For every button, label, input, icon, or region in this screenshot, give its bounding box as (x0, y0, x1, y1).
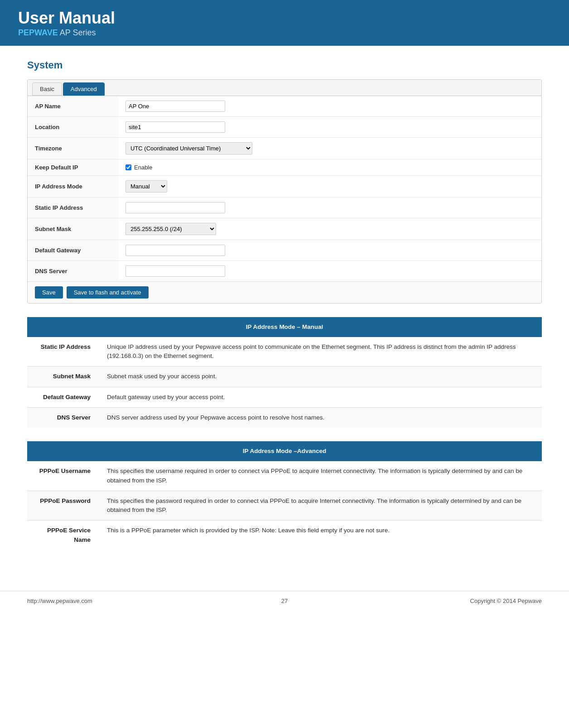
desc-term-static-ip: Static IP Address (27, 337, 100, 366)
desc-row-pppoe-service: PPPoE Service Name This is a PPPoE param… (27, 521, 542, 550)
button-row: Save Save to flash and activate (28, 281, 541, 303)
desc-row-default-gw: Default Gateway Default gateway used by … (27, 387, 542, 407)
manual-title: User Manual (18, 9, 551, 27)
form-table: AP Name Location Timezone (28, 96, 541, 281)
main-content: System Basic Advanced AP Name Location (0, 46, 569, 573)
row-ip-address-mode: IP Address Mode Manual DHCP Advanced (28, 175, 541, 197)
label-default-gateway: Default Gateway (28, 240, 118, 260)
row-timezone: Timezone UTC (Coordinated Universal Time… (28, 137, 541, 159)
desc-table-manual-header: IP Address Mode – Manual (27, 317, 542, 337)
label-timezone: Timezone (28, 137, 118, 159)
row-dns-server: DNS Server (28, 260, 541, 281)
row-location: Location (28, 116, 541, 137)
desc-text-dns: DNS server address used by your Pepwave … (100, 407, 542, 428)
input-ap-name[interactable] (125, 101, 225, 112)
desc-table-advanced-header: IP Address Mode –Advanced (27, 441, 542, 461)
select-timezone[interactable]: UTC (Coordinated Universal Time) (125, 142, 252, 154)
tab-bar: Basic Advanced (28, 80, 541, 96)
desc-text-pppoe-pass: This specifies the password required in … (100, 491, 542, 521)
manual-subtitle: PEPWAVE AP Series (18, 28, 551, 38)
footer-copyright: Copyright © 2014 Pepwave (470, 598, 542, 604)
input-location[interactable] (125, 121, 225, 133)
desc-term-pppoe-service: PPPoE Service Name (27, 521, 100, 550)
label-ip-address-mode: IP Address Mode (28, 175, 118, 197)
row-keep-default-ip: Keep Default IP Enable (28, 159, 541, 175)
desc-text-subnet-mask: Subnet mask used by your access point. (100, 366, 542, 387)
input-static-ip-address[interactable] (125, 202, 225, 213)
desc-table-manual: IP Address Mode – Manual Static IP Addre… (27, 317, 542, 428)
desc-term-pppoe-pass: PPPoE Password (27, 491, 100, 521)
desc-row-pppoe-user: PPPoE Username This specifies the userna… (27, 461, 542, 491)
save-flash-button[interactable]: Save to flash and activate (67, 286, 149, 299)
footer-page: 27 (281, 598, 288, 604)
label-subnet-mask: Subnet Mask (28, 218, 118, 240)
desc-term-dns: DNS Server (27, 407, 100, 428)
label-location: Location (28, 116, 118, 137)
desc-row-static-ip: Static IP Address Unique IP address used… (27, 337, 542, 366)
desc-text-static-ip: Unique IP address used by your Pepwave a… (100, 337, 542, 366)
input-dns-server[interactable] (125, 265, 225, 277)
label-ap-name: AP Name (28, 96, 118, 117)
row-subnet-mask: Subnet Mask 255.255.255.0 (/24) (28, 218, 541, 240)
input-default-gateway[interactable] (125, 245, 225, 256)
desc-row-dns: DNS Server DNS server address used by yo… (27, 407, 542, 428)
footer-url: http://www.pepwave.com (27, 598, 92, 604)
brand-name: PEPWAVE (18, 28, 58, 37)
desc-term-default-gw: Default Gateway (27, 387, 100, 407)
row-ap-name: AP Name (28, 96, 541, 117)
label-keep-default-ip: Keep Default IP (28, 159, 118, 175)
checkbox-label-keep-default-ip: Enable (125, 164, 534, 171)
desc-text-pppoe-service: This is a PPPoE parameter which is provi… (100, 521, 542, 550)
label-static-ip-address: Static IP Address (28, 197, 118, 218)
desc-term-subnet-mask: Subnet Mask (27, 366, 100, 387)
select-subnet-mask[interactable]: 255.255.255.0 (/24) (125, 223, 216, 235)
row-default-gateway: Default Gateway (28, 240, 541, 260)
page-footer: http://www.pepwave.com 27 Copyright © 20… (0, 591, 569, 611)
select-ip-address-mode[interactable]: Manual DHCP Advanced (125, 180, 167, 193)
desc-text-pppoe-user: This specifies the username required in … (100, 461, 542, 491)
desc-row-pppoe-pass: PPPoE Password This specifies the passwo… (27, 491, 542, 521)
system-form: Basic Advanced AP Name Location (27, 79, 542, 304)
desc-row-subnet-mask: Subnet Mask Subnet mask used by your acc… (27, 366, 542, 387)
section-heading: System (27, 59, 542, 71)
page-header: User Manual PEPWAVE AP Series (0, 0, 569, 46)
tab-basic[interactable]: Basic (32, 82, 62, 96)
desc-term-pppoe-user: PPPoE Username (27, 461, 100, 491)
save-button[interactable]: Save (35, 286, 63, 299)
tab-advanced[interactable]: Advanced (63, 82, 105, 96)
desc-table-advanced: IP Address Mode –Advanced PPPoE Username… (27, 441, 542, 550)
row-static-ip-address: Static IP Address (28, 197, 541, 218)
label-dns-server: DNS Server (28, 260, 118, 281)
checkbox-text-keep-default-ip: Enable (134, 164, 152, 171)
checkbox-keep-default-ip[interactable] (125, 164, 131, 170)
desc-text-default-gw: Default gateway used by your access poin… (100, 387, 542, 407)
